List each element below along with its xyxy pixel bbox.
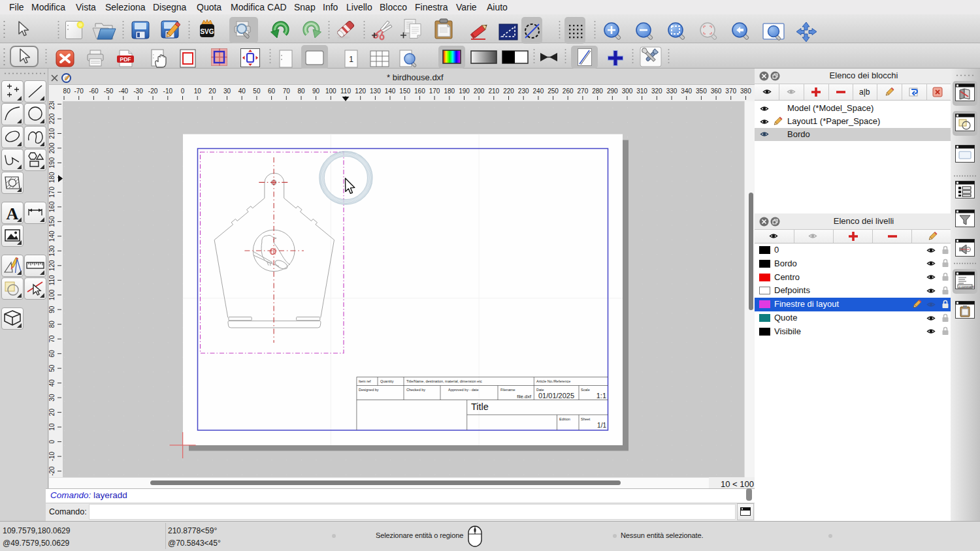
svg-text:270: 270 <box>578 87 589 95</box>
svg-text:1:1: 1:1 <box>596 392 606 400</box>
svg-text:130: 130 <box>49 245 56 257</box>
svg-text:-10: -10 <box>49 451 56 461</box>
svg-text:Designed by: Designed by <box>359 388 379 392</box>
svg-text:80: 80 <box>297 87 305 95</box>
svg-text:160: 160 <box>414 87 425 95</box>
svg-text:190: 190 <box>459 87 470 95</box>
svg-text:Filename: Filename <box>500 388 515 392</box>
svg-text:Article No./Reference: Article No./Reference <box>536 379 570 383</box>
svg-text:0: 0 <box>181 87 185 95</box>
svg-text:220: 220 <box>49 113 56 124</box>
svg-text:Checked by: Checked by <box>406 388 425 392</box>
svg-text:220: 220 <box>503 87 514 95</box>
svg-text:300: 300 <box>622 87 633 95</box>
svg-text:20: 20 <box>208 87 216 95</box>
svg-text:30: 30 <box>49 394 56 401</box>
svg-text:90: 90 <box>49 306 56 313</box>
svg-text:0: 0 <box>49 439 56 443</box>
svg-text:240: 240 <box>533 87 544 95</box>
svg-text:PDF: PDF <box>120 56 131 63</box>
svg-text:-60: -60 <box>89 87 99 95</box>
svg-text:170: 170 <box>49 187 56 198</box>
svg-text:210: 210 <box>49 128 56 139</box>
svg-text:100: 100 <box>325 87 336 95</box>
svg-text:260: 260 <box>563 87 574 95</box>
svg-text:130: 130 <box>370 87 381 95</box>
svg-text:70: 70 <box>283 87 291 95</box>
svg-text:-20: -20 <box>49 466 56 476</box>
svg-text:Title/Name, destination, mater: Title/Name, destination, material, dimen… <box>406 379 482 383</box>
svg-text:40: 40 <box>238 87 246 95</box>
svg-text:-10: -10 <box>163 87 173 95</box>
svg-text:120: 120 <box>49 260 56 271</box>
svg-text:60: 60 <box>268 87 276 95</box>
svg-text:200: 200 <box>49 142 56 153</box>
svg-text:-30: -30 <box>133 87 143 95</box>
svg-text:Quantity: Quantity <box>380 379 394 383</box>
svg-text:200: 200 <box>474 87 485 95</box>
svg-text:280: 280 <box>592 87 603 95</box>
svg-text:50: 50 <box>253 87 261 95</box>
svg-text:Item ref: Item ref <box>359 379 371 383</box>
svg-text:-70: -70 <box>74 87 84 95</box>
svg-text:150: 150 <box>399 87 410 95</box>
svg-text:40: 40 <box>49 379 56 387</box>
svg-text:80: 80 <box>63 87 71 95</box>
svg-text:c command: c command <box>959 285 975 289</box>
svg-text:Title: Title <box>471 401 489 412</box>
svg-text:10: 10 <box>49 423 56 431</box>
svg-text:1: 1 <box>349 55 353 64</box>
svg-text:Scale: Scale <box>581 388 590 392</box>
svg-text:190: 190 <box>49 157 56 168</box>
svg-text:180: 180 <box>49 172 56 183</box>
svg-text:110: 110 <box>340 87 351 95</box>
svg-text:70: 70 <box>49 335 56 343</box>
svg-text:360: 360 <box>711 87 722 95</box>
svg-text:230: 230 <box>49 101 56 110</box>
svg-text:150: 150 <box>49 216 56 227</box>
svg-text:120: 120 <box>355 87 366 95</box>
svg-text:370: 370 <box>725 87 736 95</box>
svg-text:250: 250 <box>547 87 559 95</box>
svg-text:60: 60 <box>49 350 56 358</box>
svg-text:-40: -40 <box>119 87 129 95</box>
svg-text:140: 140 <box>49 230 56 242</box>
svg-text:Edition: Edition <box>559 417 570 421</box>
svg-text:10: 10 <box>194 87 202 95</box>
svg-text:320: 320 <box>651 87 662 95</box>
svg-text:230: 230 <box>518 87 529 95</box>
svg-text:380: 380 <box>740 87 751 95</box>
svg-text:-50: -50 <box>104 87 114 95</box>
svg-text:170: 170 <box>429 87 440 95</box>
svg-text:110: 110 <box>49 275 56 285</box>
svg-text:100: 100 <box>49 289 56 300</box>
svg-text:290: 290 <box>607 87 618 95</box>
svg-text:160: 160 <box>49 201 56 212</box>
svg-text:90: 90 <box>312 87 320 95</box>
svg-text:A: A <box>7 204 19 223</box>
svg-text:SVG: SVG <box>200 28 214 35</box>
svg-text:Approved by - date: Approved by - date <box>448 388 478 392</box>
svg-text:50: 50 <box>49 364 56 372</box>
svg-text:340: 340 <box>681 87 692 95</box>
svg-text:350: 350 <box>696 87 707 95</box>
svg-text:-20: -20 <box>148 87 158 95</box>
svg-text:30: 30 <box>223 87 231 95</box>
svg-text:330: 330 <box>666 87 678 95</box>
svg-text:1/1: 1/1 <box>597 422 606 429</box>
svg-text:310: 310 <box>636 87 647 95</box>
svg-text:180: 180 <box>444 87 455 95</box>
svg-text:file.dxf: file.dxf <box>517 394 532 400</box>
svg-text:Sheet: Sheet <box>581 417 591 421</box>
svg-text:210: 210 <box>488 87 499 95</box>
svg-text:01/01/2025: 01/01/2025 <box>538 392 574 400</box>
svg-text:140: 140 <box>385 87 396 95</box>
svg-text:80: 80 <box>49 321 56 328</box>
svg-text:20: 20 <box>49 409 56 417</box>
